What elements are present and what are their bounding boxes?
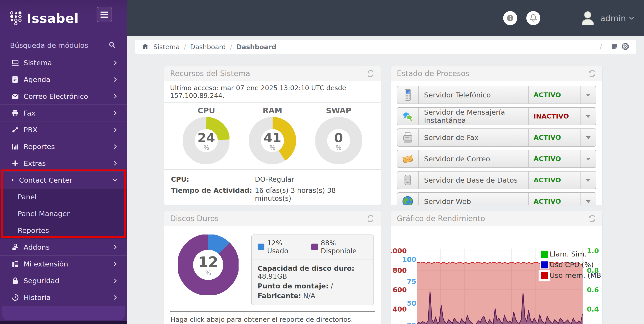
legend-label[interactable]: Llam. Sim. [550, 250, 587, 258]
process-actions-dropdown[interactable] [580, 150, 596, 167]
note-icon[interactable] [610, 42, 618, 50]
lock-icon [11, 277, 20, 285]
sidebar-item-panel-manager[interactable]: Panel Manager [0, 205, 127, 222]
bar-chart-icon [11, 142, 20, 151]
disk-warning-text: Haga click abajo para obtener el reporte… [164, 312, 381, 324]
chevron-right-icon [112, 261, 118, 267]
process-actions-dropdown[interactable] [580, 172, 596, 189]
refresh-icon[interactable] [588, 214, 596, 223]
sidebar-item-addons[interactable]: Addons [0, 239, 127, 255]
breadcrumb-dashboard[interactable]: Dashboard [190, 43, 226, 51]
process-actions-dropdown[interactable] [580, 193, 596, 205]
process-icon-cell [397, 86, 418, 103]
disk-legend: 12% Usado88% Disponible [252, 235, 374, 259]
process-actions-dropdown[interactable] [580, 108, 596, 125]
legend-label[interactable]: Uso mem. (MB) [550, 271, 602, 279]
sidebar-item-label: Addons [24, 243, 112, 251]
process-status-badge: ACTIVO [528, 193, 580, 205]
help-lifering-icon[interactable] [621, 42, 630, 51]
refresh-icon[interactable] [366, 214, 375, 223]
sidebar-item-seguridad[interactable]: Seguridad [0, 272, 127, 289]
process-row-servidor-web[interactable]: Servidor WebACTIVO [397, 192, 596, 205]
process-label: Servidor de Correo [418, 150, 528, 167]
module-search[interactable]: Búsqueda de módulos [0, 36, 127, 54]
note-icon[interactable] [610, 42, 618, 51]
chevron-right-icon [112, 278, 118, 284]
axis-tick-label: 50 [407, 299, 416, 307]
panel-discos-header: Discos Duros [164, 211, 381, 226]
legend-swatch[interactable] [540, 272, 548, 279]
cubes-icon [11, 243, 20, 252]
refresh-icon[interactable] [366, 214, 375, 223]
sidebar-item-extras[interactable]: Extras [0, 155, 127, 172]
issabel-dashboard: Issabel Búsqueda de módulos SistemaAgend… [0, 0, 644, 324]
process-row-servidor-telefonico[interactable]: Servidor TelefónicoACTIVO [397, 86, 596, 104]
panel-title: Recursos del Sistema [170, 69, 250, 78]
avatar[interactable] [579, 9, 596, 27]
sidebar-item-sistema[interactable]: Sistema [0, 54, 127, 71]
process-row-servidor-de-fax[interactable]: Servidor de FaxACTIVO [397, 128, 596, 147]
refresh-icon[interactable] [588, 69, 596, 78]
process-row-servidor-de-mensajeria-instantanea[interactable]: Servidor de Mensajería InstantáneaINACTI… [397, 107, 596, 125]
breadcrumb-current: Dashboard [236, 43, 276, 51]
notifications-button[interactable] [526, 11, 540, 25]
gauge-swap: SWAP0% [316, 106, 362, 165]
process-status-badge: ACTIVO [528, 86, 580, 103]
search-icon[interactable] [108, 41, 116, 49]
legend-swatch[interactable] [540, 261, 548, 269]
sidebar-item-contact-center[interactable]: Contact Center [0, 172, 127, 188]
arrow-down-icon [585, 177, 592, 184]
search-icon[interactable] [108, 41, 116, 50]
process-icon-cell [397, 172, 418, 189]
process-list: Servidor TelefónicoACTIVOServidor de Men… [391, 81, 602, 205]
process-label: Servidor Web [418, 193, 528, 205]
process-label: Servidor de Fax [418, 129, 528, 146]
arrow-down-icon [585, 155, 592, 162]
chevron-right-icon [112, 143, 118, 150]
legend-label[interactable]: Uso CPU (%) [550, 261, 594, 269]
process-row-servidor-de-correo[interactable]: Servidor de CorreoACTIVO [397, 150, 596, 168]
user-menu-label[interactable]: admin [600, 13, 626, 23]
sidebar-item-reportes[interactable]: Reportes [0, 138, 127, 155]
legend-swatch [258, 244, 264, 250]
sidebar-item-correo-electronico[interactable]: Correo Electrónico [0, 88, 127, 104]
user-menu-chevron-down-icon[interactable] [628, 15, 635, 21]
home-icon[interactable] [142, 43, 149, 50]
axis-tick-label: 600 [392, 286, 407, 294]
panel-procesos-header: Estado de Procesos [391, 66, 602, 81]
disk-info-box: 12% Usado88% Disponible Capacidad de dis… [251, 235, 374, 305]
refresh-icon[interactable] [588, 214, 596, 223]
sidebar-item-label: Agenda [24, 75, 112, 84]
refresh-icon[interactable] [366, 69, 375, 78]
sidebar-item-reportes[interactable]: Reportes [0, 222, 127, 239]
sidebar-item-pbx[interactable]: PBX [0, 121, 127, 138]
breadcrumb-sistema[interactable]: Sistema [153, 43, 180, 51]
axis-tick-label: 1.0 [587, 247, 599, 255]
sidebar-item-historia[interactable]: Historia [0, 289, 127, 306]
process-actions-dropdown[interactable] [580, 129, 596, 146]
hamburger-icon [100, 11, 108, 13]
last-access-text: Ultimo acceso: mar 07 ene 2025 13:02:10 … [164, 81, 381, 102]
bell-icon [528, 13, 538, 23]
legend-swatch[interactable] [540, 250, 548, 258]
gauge-value: 41 [264, 131, 282, 144]
sidebar-item-agenda[interactable]: Agenda [0, 71, 127, 88]
refresh-icon[interactable] [588, 69, 596, 78]
process-status-badge: ACTIVO [528, 129, 580, 146]
sidebar-item-fax[interactable]: Fax [0, 104, 127, 121]
process-row-servidor-de-base-de-datos[interactable]: Servidor de Base de DatosACTIVO [397, 171, 596, 189]
info-button[interactable] [503, 11, 517, 25]
breadcrumb-separator: / [600, 43, 602, 51]
lifering-icon[interactable] [621, 42, 630, 50]
sidebar-item-panel[interactable]: Panel [0, 188, 127, 205]
disk-used-value: 12 [198, 255, 218, 269]
issabel-logo[interactable]: Issabel [10, 11, 79, 25]
home-icon[interactable] [142, 43, 149, 51]
gauge-unit: % [204, 145, 209, 151]
refresh-icon[interactable] [366, 69, 375, 78]
disk-body: 12% 12% Usado88% Disponible Capacidad de… [164, 226, 381, 305]
sidebar-toggle-button[interactable] [96, 7, 112, 22]
database-icon [401, 174, 414, 186]
process-actions-dropdown[interactable] [580, 86, 596, 103]
sidebar-item-mi-extension[interactable]: Mi extensión [0, 255, 127, 272]
